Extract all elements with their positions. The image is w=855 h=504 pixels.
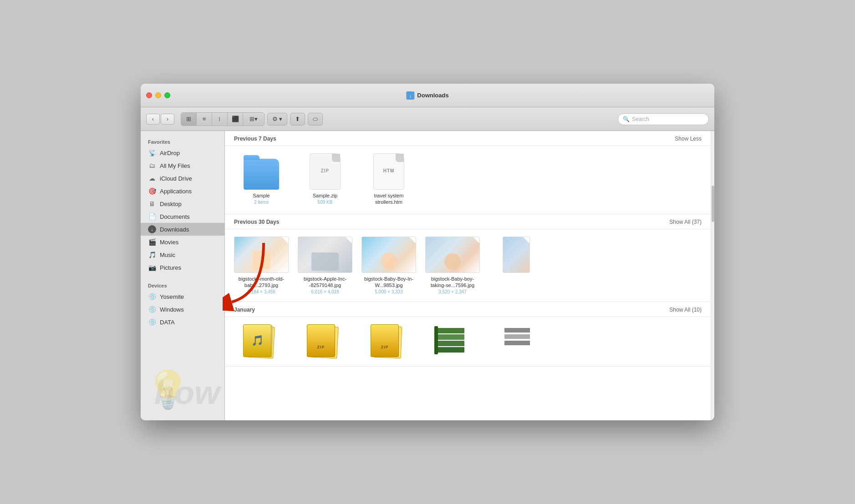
scrollbar-track[interactable] xyxy=(711,131,714,420)
list-item[interactable] xyxy=(489,324,544,363)
sidebar-item-label: Applications xyxy=(160,188,192,195)
previous-7-days-section: Previous 7 Days Show Less Sample 2 items xyxy=(225,131,711,214)
show-all-10-link[interactable]: Show All (10) xyxy=(669,307,702,313)
fullscreen-button[interactable] xyxy=(164,92,170,98)
photo-corner xyxy=(282,237,288,243)
tag-icon: ⬭ xyxy=(313,116,318,123)
sidebar-item-data[interactable]: 💿 DATA xyxy=(141,316,224,328)
search-icon: 🔍 xyxy=(623,116,630,122)
movies-icon: 🎬 xyxy=(148,238,156,246)
sidebar-item-pictures[interactable]: 📷 Pictures xyxy=(141,261,224,274)
folder-icon-wrap xyxy=(241,153,282,190)
list-item[interactable]: HTM travel system strollers.htm xyxy=(361,153,416,207)
january-section: January Show All (10) 🎵 xyxy=(225,302,711,367)
show-all-37-link[interactable]: Show All (37) xyxy=(669,219,702,225)
january-title: January xyxy=(234,307,255,313)
sidebar-item-desktop[interactable]: 🖥 Desktop xyxy=(141,197,224,210)
sidebar-item-airdrop[interactable]: 📡 AirDrop xyxy=(141,146,224,159)
show-less-link[interactable]: Show Less xyxy=(675,136,702,142)
sidebar-item-applications[interactable]: 🎯 Applications xyxy=(141,185,224,197)
yosemite-icon: 💿 xyxy=(148,292,156,301)
sidebar-item-label: AirDrop xyxy=(160,150,180,156)
sidebar-item-label: Downloads xyxy=(160,226,189,233)
file-name: travel system strollers.htm xyxy=(364,192,414,206)
archive-icon-wrap: ZIP xyxy=(307,324,343,360)
file-name: Sample.zip xyxy=(313,192,337,199)
icloud-icon: ☁ xyxy=(148,174,156,182)
action-button[interactable]: ⚙ ▾ xyxy=(267,113,287,126)
sidebar-item-all-my-files[interactable]: 🗂 All My Files xyxy=(141,159,224,172)
previous-30-days-header: Previous 30 Days Show All (37) xyxy=(225,214,711,229)
sidebar-item-music[interactable]: 🎵 Music xyxy=(141,248,224,261)
photo-icon-wrap xyxy=(298,237,352,273)
back-button[interactable]: ‹ xyxy=(146,114,160,125)
photo-icon-wrap xyxy=(234,237,289,273)
sidebar-item-yosemite[interactable]: 💿 Yosemite xyxy=(141,290,224,303)
sidebar-item-movies[interactable]: 🎬 Movies xyxy=(141,236,224,248)
window-title: Downloads xyxy=(417,92,448,99)
column-view-button[interactable]: ⫶ xyxy=(212,113,228,126)
search-placeholder: Search xyxy=(632,116,649,122)
archive-icon-wrap: 🎵 xyxy=(243,324,280,360)
htm-file-icon: HTM xyxy=(373,153,404,190)
data-drive-icon: 💿 xyxy=(148,318,156,326)
list-item[interactable]: bigstock-Baby-boy-taking-se...7596.jpg 3… xyxy=(425,237,480,295)
list-item[interactable]: 🎵 xyxy=(234,324,289,363)
list-item[interactable]: ZIP xyxy=(298,324,352,363)
january-header: January Show All (10) xyxy=(225,302,711,317)
search-box[interactable]: 🔍 Search xyxy=(618,113,709,125)
gear-icon: ⚙ xyxy=(272,116,278,122)
view-mode-buttons: ⊞ ≡ ⫶ ⬛ ⊞▾ xyxy=(181,112,265,126)
traffic-lights xyxy=(146,92,170,98)
sidebar-item-label: Pictures xyxy=(160,264,181,271)
airdrop-icon: 📡 xyxy=(148,149,156,157)
list-item[interactable]: ZIP xyxy=(361,324,416,363)
list-item[interactable] xyxy=(489,237,544,295)
action-dropdown-icon: ▾ xyxy=(279,116,282,122)
list-item[interactable]: ZIP Sample.zip 509 KB xyxy=(298,153,352,207)
arrange-button[interactable]: ⊞▾ xyxy=(243,113,264,126)
sidebar-item-downloads[interactable]: ↓ Downloads xyxy=(141,223,224,236)
list-item[interactable]: bigstock-Baby-Boy-In-W...9853.jpg 5,000 … xyxy=(361,237,416,295)
cover-flow-button[interactable]: ⬛ xyxy=(228,113,243,126)
sidebar-item-label: Music xyxy=(160,252,175,258)
previous-30-days-section: Previous 30 Days Show All (37) xyxy=(225,214,711,302)
sidebar-item-label: iCloud Drive xyxy=(160,175,192,182)
list-item[interactable] xyxy=(425,324,480,363)
list-view-button[interactable]: ≡ xyxy=(197,113,212,126)
close-button[interactable] xyxy=(146,92,152,98)
baby3-photo-icon xyxy=(425,237,480,273)
baby2-photo-icon xyxy=(361,237,416,273)
finder-window: ↓ Downloads ‹ › ⊞ ≡ ⫶ ⬛ ⊞▾ ⚙ ▾ ⬆ ⬭ 🔍 Sea… xyxy=(141,84,714,420)
previous-7-days-header: Previous 7 Days Show Less xyxy=(225,131,711,146)
file-area-wrapper: Previous 7 Days Show Less Sample 2 items xyxy=(225,131,714,420)
sidebar-item-windows[interactable]: 💿 Windows xyxy=(141,303,224,316)
sidebar-item-icloud-drive[interactable]: ☁ iCloud Drive xyxy=(141,172,224,185)
desktop-icon: 🖥 xyxy=(148,200,156,208)
scrollbar-thumb[interactable] xyxy=(712,186,714,222)
sidebar-item-label: DATA xyxy=(160,319,175,326)
january-files: 🎵 ZIP xyxy=(225,317,711,366)
sidebar-item-documents[interactable]: 📄 Documents xyxy=(141,210,224,223)
sidebar-item-label: Yosemite xyxy=(160,293,184,300)
apple-photo-icon xyxy=(298,237,352,273)
sidebar-item-label: All My Files xyxy=(160,162,190,169)
list-item[interactable]: bigstock--month-old-baby...2793.jpg 5,18… xyxy=(234,237,289,295)
share-button[interactable]: ⬆ xyxy=(290,113,305,126)
tag-button[interactable]: ⬭ xyxy=(308,113,323,126)
minimize-button[interactable] xyxy=(155,92,161,98)
favorites-section-title: Favorites xyxy=(141,136,224,146)
list-item[interactable]: Sample 2 items xyxy=(234,153,289,207)
forward-button[interactable]: › xyxy=(161,114,174,125)
file-name: Sample xyxy=(253,192,270,199)
photo-corner xyxy=(346,237,352,243)
file-meta: 2 items xyxy=(254,200,269,205)
zip-file-icon: ZIP xyxy=(310,153,341,190)
share-icon: ⬆ xyxy=(295,116,300,122)
downloads-folder-icon: ↓ xyxy=(406,91,414,100)
list-item[interactable]: bigstock-Apple-Inc--82579148.jpg 6,016 ×… xyxy=(298,237,352,295)
file-meta: 5,000 × 3,333 xyxy=(375,289,402,294)
icon-view-button[interactable]: ⊞ xyxy=(181,113,197,126)
window-title-area: ↓ Downloads xyxy=(406,91,448,100)
file-meta: 509 KB xyxy=(318,200,333,205)
